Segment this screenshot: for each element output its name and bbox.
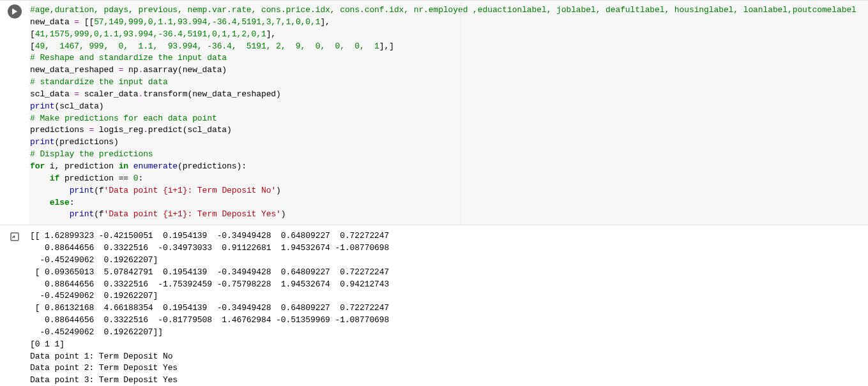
svg-marker-0 bbox=[12, 8, 17, 15]
code-keyword: for bbox=[30, 161, 45, 171]
input-gutter bbox=[0, 1, 29, 225]
code-keyword: if bbox=[50, 174, 59, 183]
code-keyword: else bbox=[50, 198, 70, 207]
code-builtin: print bbox=[70, 186, 95, 195]
code-numbers: 41,1575,999,0,1.1,93.994,-36.4,5191,0,1,… bbox=[35, 29, 266, 39]
input-area: #age,duration, pdays, previous, nemp.var… bbox=[0, 0, 868, 225]
code-comment: # Make predictions for each data point bbox=[30, 114, 217, 123]
output-line: Data point 1: Term Deposit No bbox=[30, 352, 172, 361]
output-line: Data point 2: Term Deposit Yes bbox=[30, 363, 178, 373]
code-keyword: in bbox=[119, 161, 128, 171]
output-expand-icon[interactable] bbox=[8, 230, 21, 243]
output-area: [[ 1.62899323 -0.42150051 0.1954139 -0.3… bbox=[0, 225, 868, 386]
code-comment: #age,duration, pdays, previous, nemp.var… bbox=[30, 5, 857, 15]
code-string: 'Data point {i+1}: Term Deposit Yes' bbox=[104, 209, 281, 219]
output-line: 0.88644656 0.3322516 -0.81779508 1.46762… bbox=[30, 315, 389, 325]
output-line: [[ 1.62899323 -0.42150051 0.1954139 -0.3… bbox=[30, 231, 389, 241]
code-comment: # Display the predictions bbox=[30, 149, 153, 159]
input-wrap: #age,duration, pdays, previous, nemp.var… bbox=[29, 1, 868, 225]
code-text: new_data bbox=[30, 17, 74, 27]
code-comment: # standardize the input data bbox=[30, 77, 168, 87]
play-icon bbox=[11, 8, 18, 15]
run-button[interactable] bbox=[8, 4, 22, 19]
code-cell: #age,duration, pdays, previous, nemp.var… bbox=[0, 0, 868, 386]
code-editor[interactable]: #age,duration, pdays, previous, nemp.var… bbox=[29, 1, 868, 225]
output-line: Data point 3: Term Deposit Yes bbox=[30, 375, 178, 385]
output-line: 0.88644656 0.3322516 -0.34973033 0.91122… bbox=[30, 243, 389, 253]
output-line: [0 1 1] bbox=[30, 339, 65, 349]
output-line: [ 0.09365013 5.07842791 0.1954139 -0.349… bbox=[30, 267, 389, 277]
output-line: 0.88644656 0.3322516 -1.75392459 -0.7579… bbox=[30, 279, 389, 289]
code-builtin: print bbox=[30, 101, 55, 111]
output-line: [ 0.86132168 4.66188354 0.1954139 -0.349… bbox=[30, 303, 389, 313]
output-line: -0.45249062 0.19262207] bbox=[30, 255, 158, 265]
code-builtin: print bbox=[30, 137, 55, 147]
code-string: 'Data point {i+1}: Term Deposit No' bbox=[104, 186, 277, 195]
output-line: -0.45249062 0.19262207] bbox=[30, 291, 158, 301]
code-numbers: 57,149,999,0,1.1,93.994,-36.4,5191,3,7,1… bbox=[94, 17, 320, 27]
code-builtin: print bbox=[70, 209, 95, 219]
code-comment: # Reshape and standardize the input data bbox=[30, 53, 227, 63]
output-line: -0.45249062 0.19262207]] bbox=[30, 327, 163, 337]
output-gutter bbox=[0, 229, 29, 386]
output-text: [[ 1.62899323 -0.42150051 0.1954139 -0.3… bbox=[29, 229, 868, 386]
code-numbers: 49, 1467, 999, 0, 1.1, 93.994, -36.4, 51… bbox=[35, 41, 379, 51]
